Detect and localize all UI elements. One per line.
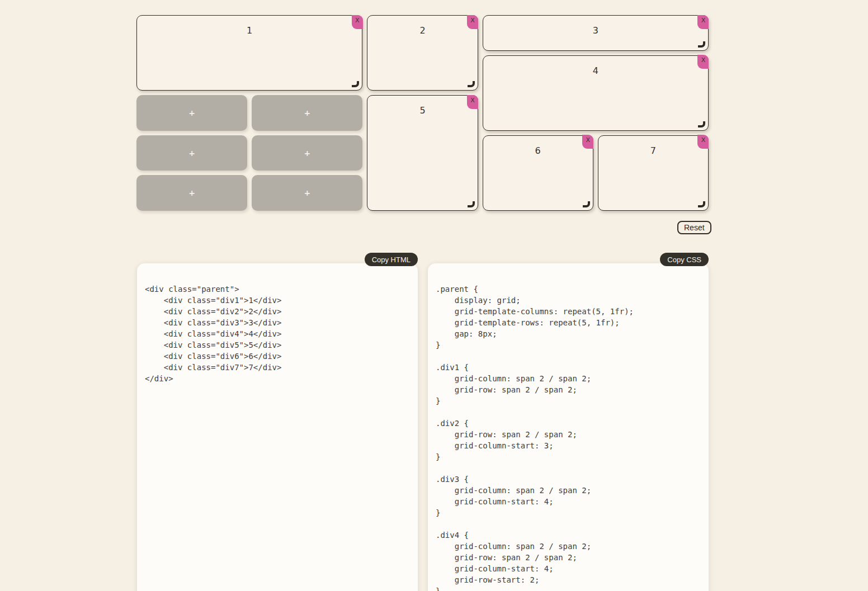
plus-icon: + — [304, 188, 310, 197]
plus-icon: + — [188, 149, 195, 158]
grid-cell-6[interactable]: 6 X — [483, 135, 593, 211]
css-grid-generator-page: 1 X 2 X 3 X 4 X 5 X 6 X — [0, 0, 868, 591]
close-button[interactable]: X — [467, 95, 478, 109]
add-cell-button[interactable]: + — [252, 95, 362, 131]
resize-handle-icon[interactable] — [698, 121, 705, 127]
cell-number-label: 5 — [419, 105, 425, 116]
grid-cell-7[interactable]: 7 X — [598, 135, 709, 211]
cell-number-label: 3 — [593, 25, 598, 36]
grid-cell-1[interactable]: 1 X — [136, 15, 362, 91]
grid-cell-5[interactable]: 5 X — [367, 95, 478, 211]
cell-number-label: 4 — [593, 65, 598, 76]
css-code-panel: Copy CSS .parent { display: grid; grid-t… — [428, 263, 709, 591]
grid-preview: 1 X 2 X 3 X 4 X 5 X 6 X — [136, 15, 709, 211]
grid-cell-2[interactable]: 2 X — [367, 15, 478, 91]
resize-handle-icon[interactable] — [352, 81, 359, 87]
resize-handle-icon[interactable] — [468, 81, 475, 87]
add-cell-button[interactable]: + — [252, 175, 362, 211]
copy-css-button[interactable]: Copy CSS — [660, 253, 709, 266]
css-code: .parent { display: grid; grid-template-c… — [428, 263, 709, 591]
close-button[interactable]: X — [697, 55, 709, 69]
add-cell-button[interactable]: + — [136, 95, 247, 131]
plus-icon: + — [188, 108, 195, 117]
plus-icon: + — [304, 149, 310, 158]
close-button[interactable]: X — [467, 15, 478, 29]
html-code-panel: Copy HTML <div class="parent"> <div clas… — [137, 263, 418, 591]
resize-handle-icon[interactable] — [468, 201, 475, 207]
html-code: <div class="parent"> <div class="div1">1… — [137, 263, 418, 393]
resize-handle-icon[interactable] — [698, 201, 705, 207]
close-button[interactable]: X — [697, 15, 709, 29]
reset-button[interactable]: Reset — [677, 221, 711, 234]
grid-cell-3[interactable]: 3 X — [483, 15, 709, 51]
add-cell-button[interactable]: + — [136, 135, 247, 171]
grid-cell-4[interactable]: 4 X — [483, 55, 709, 131]
cell-number-label: 7 — [650, 145, 656, 156]
cell-number-label: 2 — [419, 25, 425, 36]
close-button[interactable]: X — [352, 15, 363, 29]
cell-number-label: 6 — [535, 145, 541, 156]
resize-handle-icon[interactable] — [583, 201, 590, 207]
copy-html-button[interactable]: Copy HTML — [365, 253, 418, 266]
plus-icon: + — [304, 108, 310, 117]
close-button[interactable]: X — [582, 135, 593, 149]
resize-handle-icon[interactable] — [698, 41, 705, 48]
cell-number-label: 1 — [247, 25, 252, 36]
add-cell-button[interactable]: + — [136, 175, 247, 211]
add-cell-button[interactable]: + — [252, 135, 362, 171]
close-button[interactable]: X — [697, 135, 709, 149]
plus-icon: + — [188, 188, 195, 197]
